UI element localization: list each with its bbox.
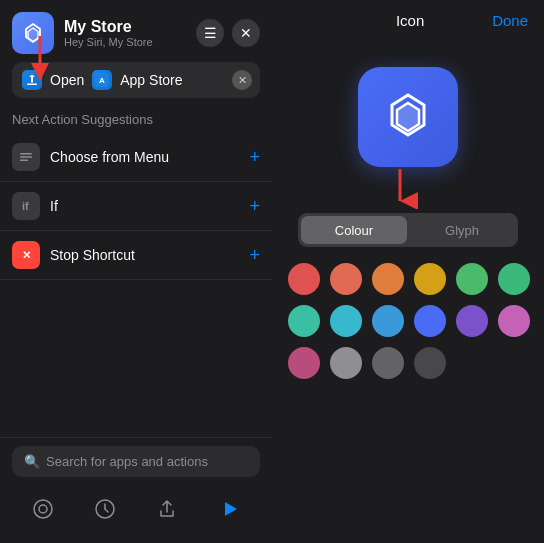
suggestion-item-menu[interactable]: Choose from Menu + (0, 133, 272, 182)
if-suggestion-icon: if (12, 192, 40, 220)
action-area: Open A App Store ✕ (0, 62, 272, 106)
color-dot-3[interactable] (414, 263, 446, 295)
shortcut-icon-svg (378, 87, 438, 147)
color-dot-2[interactable] (372, 263, 404, 295)
svg-line-14 (105, 509, 108, 512)
suggestion-if-label: If (50, 198, 239, 214)
bottom-toolbar (0, 485, 272, 543)
right-panel-title: Icon (396, 12, 424, 29)
suggestion-stop-label: Stop Shortcut (50, 247, 239, 263)
suggestion-item-stop[interactable]: ✕ Stop Shortcut + (0, 231, 272, 280)
stop-suggestion-icon: ✕ (12, 241, 40, 269)
app-subtitle: Hey Siri, My Store (64, 36, 186, 48)
color-dot-14[interactable] (372, 347, 404, 379)
segment-control: Colour Glyph (298, 213, 518, 247)
tab-glyph[interactable]: Glyph (409, 216, 515, 244)
shortcut-icon-display (358, 67, 458, 167)
play-toolbar-btn[interactable] (211, 491, 247, 527)
color-grid (272, 247, 544, 395)
red-arrow-indicator (26, 32, 56, 82)
svg-point-11 (39, 505, 47, 513)
suggestion-menu-add[interactable]: + (249, 147, 260, 168)
tab-colour[interactable]: Colour (301, 216, 407, 244)
clock-toolbar-btn[interactable] (87, 491, 123, 527)
search-icon: 🔍 (24, 454, 40, 469)
svg-point-10 (34, 500, 52, 518)
color-dot-11[interactable] (498, 305, 530, 337)
svg-rect-7 (20, 160, 28, 162)
left-panel: My Store Hey Siri, My Store ☰ ✕ (0, 0, 272, 543)
color-dot-1[interactable] (330, 263, 362, 295)
header-icons: ☰ ✕ (196, 19, 260, 47)
color-dot-8[interactable] (372, 305, 404, 337)
svg-rect-5 (20, 153, 32, 155)
color-dot-10[interactable] (456, 305, 488, 337)
suggestion-item-if[interactable]: if If + (0, 182, 272, 231)
settings-toolbar-btn[interactable] (25, 491, 61, 527)
svg-text:✕: ✕ (22, 249, 31, 261)
color-dot-13[interactable] (330, 347, 362, 379)
svg-rect-6 (20, 156, 32, 158)
right-red-arrow (380, 165, 420, 209)
suggestion-if-add[interactable]: + (249, 196, 260, 217)
close-icon-btn[interactable]: ✕ (232, 19, 260, 47)
header-text: My Store Hey Siri, My Store (64, 18, 186, 48)
color-dot-7[interactable] (330, 305, 362, 337)
app-title: My Store (64, 18, 186, 36)
color-dot-9[interactable] (414, 305, 446, 337)
svg-rect-2 (27, 84, 37, 86)
section-title: Next Action Suggestions (0, 106, 272, 133)
color-dot-15[interactable] (414, 347, 446, 379)
menu-icon-btn[interactable]: ☰ (196, 19, 224, 47)
menu-suggestion-icon (12, 143, 40, 171)
suggestion-stop-add[interactable]: + (249, 245, 260, 266)
svg-text:A: A (99, 76, 105, 85)
search-bar[interactable]: 🔍 Search for apps and actions (12, 446, 260, 477)
right-header: Icon Done (272, 0, 544, 37)
action-appname-label: App Store (120, 72, 182, 88)
share-toolbar-btn[interactable] (149, 491, 185, 527)
bottom-bar: 🔍 Search for apps and actions (0, 437, 272, 543)
suggestion-list: Choose from Menu + if If + ✕ Stop Shortc… (0, 133, 272, 280)
done-button[interactable]: Done (492, 12, 528, 29)
color-dot-4[interactable] (456, 263, 488, 295)
color-dot-5[interactable] (498, 263, 530, 295)
color-dot-6[interactable] (288, 305, 320, 337)
svg-text:if: if (22, 200, 29, 212)
suggestion-menu-label: Choose from Menu (50, 149, 239, 165)
search-placeholder-text: Search for apps and actions (46, 454, 208, 469)
right-panel: Icon Done Colour Glyph (272, 0, 544, 543)
app-store-icon: A (92, 70, 112, 90)
action-remove-btn[interactable]: ✕ (232, 70, 252, 90)
color-dot-12[interactable] (288, 347, 320, 379)
color-dot-0[interactable] (288, 263, 320, 295)
